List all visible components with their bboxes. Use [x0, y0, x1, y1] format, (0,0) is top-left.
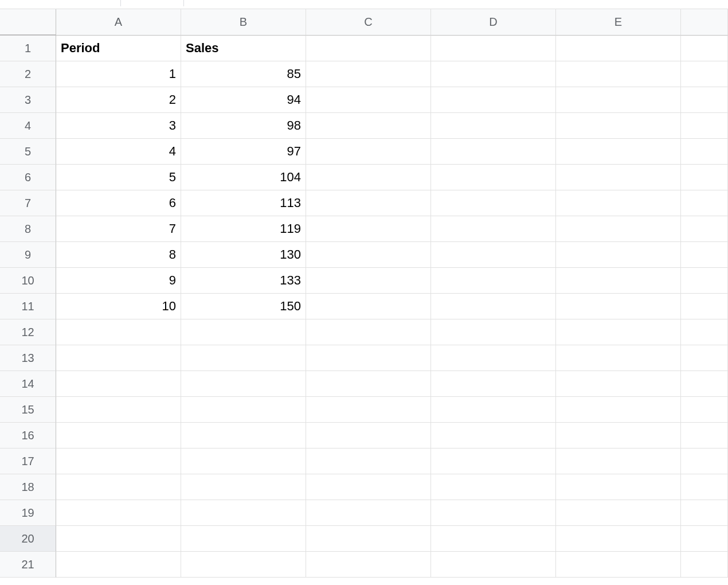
- cell-B1[interactable]: Sales: [181, 36, 306, 61]
- cell-B5[interactable]: 97: [181, 139, 306, 165]
- cell-B14[interactable]: [181, 371, 306, 397]
- cell-A2[interactable]: 1: [56, 61, 181, 87]
- cell-E6[interactable]: [556, 165, 681, 190]
- cell-A18[interactable]: [56, 474, 181, 500]
- cell-C3[interactable]: [306, 87, 431, 113]
- row-header-3[interactable]: 3: [0, 87, 56, 113]
- cell-F3[interactable]: [681, 87, 728, 113]
- cell-B2[interactable]: 85: [181, 61, 306, 87]
- row-header-8[interactable]: 8: [0, 216, 56, 242]
- cell-D15[interactable]: [431, 397, 556, 423]
- cell-C13[interactable]: [306, 345, 431, 371]
- cell-C7[interactable]: [306, 190, 431, 216]
- row-header-4[interactable]: 4: [0, 113, 56, 139]
- cell-A20[interactable]: [56, 526, 181, 552]
- cell-A7[interactable]: 6: [56, 190, 181, 216]
- cell-B6[interactable]: 104: [181, 165, 306, 190]
- cell-E4[interactable]: [556, 113, 681, 139]
- row-header-12[interactable]: 12: [0, 319, 56, 345]
- cell-B18[interactable]: [181, 474, 306, 500]
- cell-D7[interactable]: [431, 190, 556, 216]
- cell-B10[interactable]: 133: [181, 268, 306, 294]
- cell-D13[interactable]: [431, 345, 556, 371]
- cell-D21[interactable]: [431, 552, 556, 578]
- cell-B15[interactable]: [181, 397, 306, 423]
- cell-A8[interactable]: 7: [56, 216, 181, 242]
- cell-A12[interactable]: [56, 319, 181, 345]
- cell-F14[interactable]: [681, 371, 728, 397]
- cell-B8[interactable]: 119: [181, 216, 306, 242]
- cell-C18[interactable]: [306, 474, 431, 500]
- cell-D16[interactable]: [431, 423, 556, 448]
- cell-E1[interactable]: [556, 36, 681, 61]
- col-header-C[interactable]: C: [306, 9, 431, 36]
- cell-C2[interactable]: [306, 61, 431, 87]
- cell-B12[interactable]: [181, 319, 306, 345]
- cell-A3[interactable]: 2: [56, 87, 181, 113]
- cell-E5[interactable]: [556, 139, 681, 165]
- cell-E13[interactable]: [556, 345, 681, 371]
- row-header-9[interactable]: 9: [0, 242, 56, 268]
- cell-B4[interactable]: 98: [181, 113, 306, 139]
- cell-E21[interactable]: [556, 552, 681, 578]
- cell-D2[interactable]: [431, 61, 556, 87]
- cell-A6[interactable]: 5: [56, 165, 181, 190]
- cell-E20[interactable]: [556, 526, 681, 552]
- cell-E9[interactable]: [556, 242, 681, 268]
- cell-A16[interactable]: [56, 423, 181, 448]
- cell-E14[interactable]: [556, 371, 681, 397]
- cell-D5[interactable]: [431, 139, 556, 165]
- row-header-20[interactable]: 20: [0, 526, 56, 552]
- cell-C8[interactable]: [306, 216, 431, 242]
- row-header-5[interactable]: 5: [0, 139, 56, 165]
- cell-D18[interactable]: [431, 474, 556, 500]
- cell-C12[interactable]: [306, 319, 431, 345]
- cell-D19[interactable]: [431, 500, 556, 526]
- cell-E2[interactable]: [556, 61, 681, 87]
- cell-D20[interactable]: [431, 526, 556, 552]
- cell-B3[interactable]: 94: [181, 87, 306, 113]
- row-header-14[interactable]: 14: [0, 371, 56, 397]
- cell-D1[interactable]: [431, 36, 556, 61]
- cell-B7[interactable]: 113: [181, 190, 306, 216]
- cell-E15[interactable]: [556, 397, 681, 423]
- cell-B20[interactable]: [181, 526, 306, 552]
- col-header-F[interactable]: [681, 9, 728, 36]
- cell-C16[interactable]: [306, 423, 431, 448]
- cell-D6[interactable]: [431, 165, 556, 190]
- cell-F7[interactable]: [681, 190, 728, 216]
- cell-C6[interactable]: [306, 165, 431, 190]
- cell-A11[interactable]: 10: [56, 294, 181, 319]
- cell-D9[interactable]: [431, 242, 556, 268]
- row-header-11[interactable]: 11: [0, 294, 56, 319]
- col-header-E[interactable]: E: [556, 9, 681, 36]
- cell-A10[interactable]: 9: [56, 268, 181, 294]
- cell-C19[interactable]: [306, 500, 431, 526]
- cell-C1[interactable]: [306, 36, 431, 61]
- cell-D3[interactable]: [431, 87, 556, 113]
- cell-E18[interactable]: [556, 474, 681, 500]
- cell-B16[interactable]: [181, 423, 306, 448]
- cell-F21[interactable]: [681, 552, 728, 578]
- row-header-13[interactable]: 13: [0, 345, 56, 371]
- cell-D17[interactable]: [431, 448, 556, 474]
- cell-A17[interactable]: [56, 448, 181, 474]
- cell-F18[interactable]: [681, 474, 728, 500]
- cell-B19[interactable]: [181, 500, 306, 526]
- cell-A13[interactable]: [56, 345, 181, 371]
- cell-A1[interactable]: Period: [56, 36, 181, 61]
- row-header-1[interactable]: 1: [0, 36, 56, 61]
- cell-C17[interactable]: [306, 448, 431, 474]
- cell-C9[interactable]: [306, 242, 431, 268]
- cell-F20[interactable]: [681, 526, 728, 552]
- cell-A15[interactable]: [56, 397, 181, 423]
- cell-F1[interactable]: [681, 36, 728, 61]
- cell-A5[interactable]: 4: [56, 139, 181, 165]
- cell-F12[interactable]: [681, 319, 728, 345]
- cell-F13[interactable]: [681, 345, 728, 371]
- cell-C5[interactable]: [306, 139, 431, 165]
- row-header-6[interactable]: 6: [0, 165, 56, 190]
- cell-C20[interactable]: [306, 526, 431, 552]
- cell-E7[interactable]: [556, 190, 681, 216]
- cell-C11[interactable]: [306, 294, 431, 319]
